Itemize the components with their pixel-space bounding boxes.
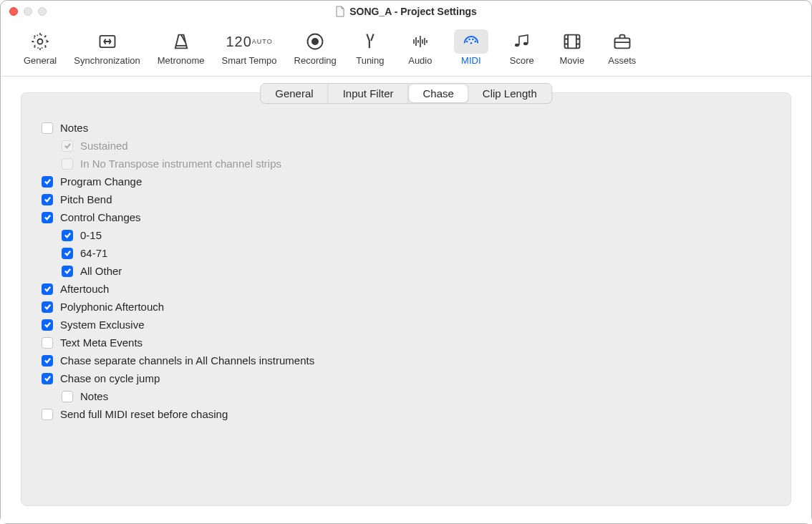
toolbar-general-label: General	[24, 55, 57, 66]
label-chase-separate: Chase separate channels in All Channels …	[60, 354, 314, 367]
checkbox-send-full-reset[interactable]	[42, 409, 53, 420]
label-sysex: System Exclusive	[60, 319, 145, 331]
label-control-changes: Control Changes	[60, 211, 141, 223]
tuning-fork-icon	[360, 29, 380, 54]
titlebar: SONG_A - Project Settings	[1, 1, 811, 22]
checkbox-pitch-bend[interactable]	[42, 194, 53, 205]
toolbar-audio-label: Audio	[408, 55, 432, 66]
svg-point-10	[515, 44, 519, 47]
toolbar-tuning[interactable]: Tuning	[345, 26, 395, 69]
label-cc-64-71: 64-71	[80, 247, 107, 259]
row-cc-0-15: 0-15	[42, 226, 770, 244]
checkbox-sustained	[62, 140, 73, 152]
row-sustained: Sustained	[42, 137, 770, 155]
row-send-full-reset: Send full MIDI reset before chasing	[42, 405, 770, 423]
checkbox-cycle-notes[interactable]	[62, 391, 73, 402]
close-window-button[interactable]	[9, 7, 18, 16]
toolbar-recording[interactable]: Recording	[286, 26, 345, 69]
checkbox-cc-all-other[interactable]	[62, 266, 73, 277]
label-pitch-bend: Pitch Bend	[60, 193, 112, 205]
checkbox-cc-64-71[interactable]	[62, 248, 73, 259]
label-poly-aftertouch: Polyphonic Aftertouch	[60, 301, 164, 313]
toolbar-synchronization-label: Synchronization	[74, 55, 140, 66]
chase-options: Notes Sustained In No Transpose instrume…	[21, 93, 791, 437]
smart-tempo-icon: 120 AUTO	[226, 29, 272, 54]
toolbar-score[interactable]: Score	[497, 26, 547, 69]
toolbar-general[interactable]: General	[15, 26, 65, 69]
toolbar: General Synchronization Metronome 120 AU…	[1, 22, 811, 77]
row-chase-separate: Chase separate channels in All Channels …	[42, 351, 770, 369]
row-cycle-notes: Notes	[42, 387, 770, 405]
label-sustained: Sustained	[80, 140, 128, 152]
toolbar-smart-tempo[interactable]: 120 AUTO Smart Tempo	[213, 26, 286, 69]
subtab-clip-length[interactable]: Clip Length	[468, 84, 551, 103]
smart-tempo-number: 120	[226, 34, 251, 49]
svg-point-4	[312, 39, 318, 44]
checkbox-text-meta[interactable]	[42, 337, 53, 349]
toolbar-recording-label: Recording	[294, 55, 337, 66]
window-title-text: SONG_A - Project Settings	[349, 6, 477, 17]
checkbox-notes[interactable]	[42, 122, 53, 134]
label-chase-cycle: Chase on cycle jump	[60, 372, 160, 384]
row-poly-aftertouch: Polyphonic Aftertouch	[42, 298, 770, 316]
metronome-icon	[171, 29, 191, 54]
gear-icon	[30, 29, 50, 54]
row-cc-all-other: All Other	[42, 262, 770, 280]
toolbar-movie[interactable]: Movie	[547, 26, 597, 69]
toolbar-assets-label: Assets	[608, 55, 636, 66]
checkbox-chase-cycle[interactable]	[42, 373, 53, 384]
record-icon	[305, 29, 325, 54]
toolbar-midi-label: MIDI	[461, 55, 480, 66]
toolbar-tuning-label: Tuning	[356, 55, 384, 66]
svg-rect-13	[614, 38, 629, 48]
svg-point-6	[468, 39, 470, 41]
svg-point-9	[470, 42, 473, 44]
toolbar-audio[interactable]: Audio	[395, 26, 445, 69]
svg-point-5	[466, 41, 468, 43]
checkbox-aftertouch[interactable]	[42, 283, 53, 295]
toolbar-synchronization[interactable]: Synchronization	[65, 26, 149, 69]
svg-point-0	[38, 39, 43, 44]
smart-tempo-auto: AUTO	[252, 39, 273, 45]
row-pitch-bend: Pitch Bend	[42, 190, 770, 208]
film-icon	[562, 29, 582, 54]
label-cycle-notes: Notes	[80, 390, 108, 402]
midi-icon	[454, 29, 488, 54]
document-icon	[335, 6, 345, 17]
row-control-changes: Control Changes	[42, 208, 770, 226]
row-program-change: Program Change	[42, 173, 770, 190]
row-aftertouch: Aftertouch	[42, 280, 770, 298]
label-cc-0-15: 0-15	[80, 229, 102, 241]
checkbox-in-no-transpose	[62, 158, 73, 170]
checkbox-program-change[interactable]	[42, 176, 53, 188]
toolbar-assets[interactable]: Assets	[597, 26, 647, 69]
subtab-chase[interactable]: Chase	[410, 84, 468, 102]
checkbox-cc-0-15[interactable]	[62, 230, 73, 241]
label-aftertouch: Aftertouch	[60, 283, 109, 295]
waveform-icon	[410, 29, 431, 54]
zoom-window-button[interactable]	[38, 7, 47, 16]
row-text-meta: Text Meta Events	[42, 334, 770, 351]
checkbox-poly-aftertouch[interactable]	[42, 301, 53, 313]
minimize-window-button[interactable]	[24, 7, 32, 16]
sync-icon	[97, 29, 117, 54]
toolbar-metronome-label: Metronome	[158, 55, 205, 66]
row-chase-cycle: Chase on cycle jump	[42, 369, 770, 387]
subtab-general[interactable]: General	[261, 84, 328, 103]
checkbox-sysex[interactable]	[42, 319, 53, 331]
svg-point-1	[34, 35, 47, 49]
content-area: General Input Filter Chase Clip Length N…	[1, 77, 811, 523]
label-in-no-transpose: In No Transpose instrument channel strip…	[80, 157, 281, 170]
settings-panel: General Input Filter Chase Clip Length N…	[21, 92, 791, 506]
svg-rect-12	[564, 35, 579, 49]
toolbar-midi[interactable]: MIDI	[445, 26, 497, 69]
window-controls	[9, 7, 47, 16]
checkbox-control-changes[interactable]	[42, 212, 53, 223]
toolbar-smart-tempo-label: Smart Tempo	[222, 55, 277, 66]
svg-point-8	[474, 41, 476, 43]
toolbar-metronome[interactable]: Metronome	[149, 26, 213, 69]
label-send-full-reset: Send full MIDI reset before chasing	[60, 408, 228, 420]
subtab-input-filter[interactable]: Input Filter	[329, 84, 409, 103]
svg-point-7	[472, 39, 474, 41]
checkbox-chase-separate[interactable]	[42, 355, 53, 367]
